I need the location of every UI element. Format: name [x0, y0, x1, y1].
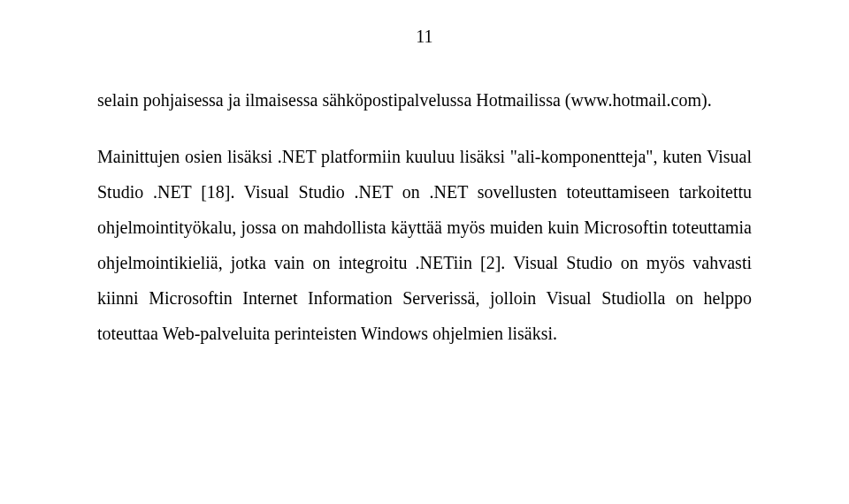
page-number: 11	[97, 27, 752, 47]
document-page: 11 selain pohjaisessa ja ilmaisessa sähk…	[0, 0, 849, 504]
body-paragraph: Mainittujen osien lisäksi .NET platformi…	[97, 139, 752, 351]
body-paragraph: selain pohjaisessa ja ilmaisessa sähköpo…	[97, 82, 752, 118]
